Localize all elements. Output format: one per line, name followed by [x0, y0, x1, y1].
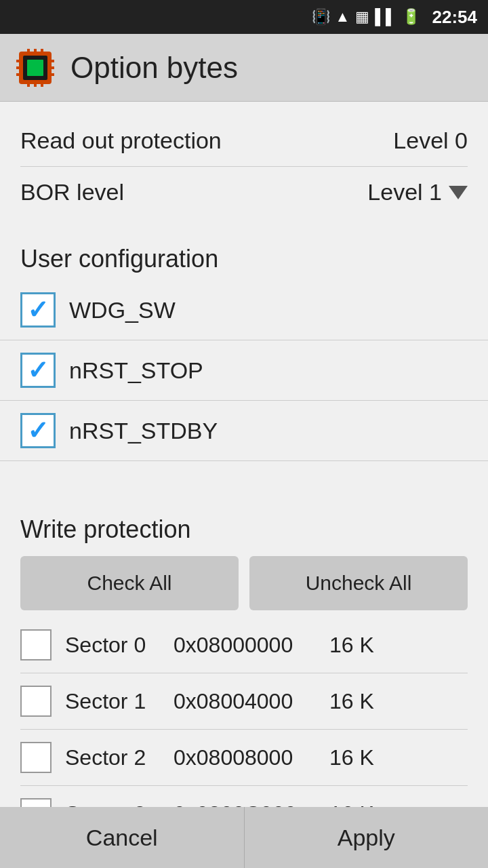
svg-rect-6: [27, 81, 30, 87]
spacer: [0, 461, 488, 502]
cancel-button[interactable]: Cancel: [0, 807, 245, 868]
svg-rect-10: [16, 66, 22, 69]
checkmark-icon: ✓: [27, 297, 49, 323]
bor-level-row[interactable]: BOR level Level 1: [20, 167, 468, 218]
bor-level-dropdown[interactable]: Level 1: [367, 179, 468, 205]
svg-rect-8: [41, 81, 43, 87]
chevron-down-icon: [449, 186, 468, 199]
svg-rect-13: [49, 66, 54, 69]
header-title: Option bytes: [70, 51, 238, 85]
sector-1-size: 16 K: [329, 689, 374, 714]
apply-button[interactable]: Apply: [245, 807, 489, 868]
app-icon: [14, 46, 57, 90]
sector-0-checkbox[interactable]: [20, 629, 52, 660]
nrst-stdby-label: nRST_STDBY: [69, 418, 218, 444]
check-buttons-row: Check All Uncheck All: [20, 556, 468, 610]
wdg-sw-row[interactable]: ✓ WDG_SW: [0, 280, 488, 340]
sector-1-name: Sector 1: [65, 689, 153, 714]
svg-rect-14: [49, 73, 54, 76]
content: Read out protection Level 0 BOR level Le…: [0, 102, 488, 868]
vibrate-icon: 📳: [312, 8, 330, 26]
nrst-stop-label: nRST_STOP: [69, 357, 203, 384]
sector-0-addr: 0x08000000: [174, 633, 309, 658]
battery-icon: 🔋: [402, 8, 420, 26]
sector-2-row[interactable]: Sector 2 0x08008000 16 K: [20, 730, 468, 786]
read-out-protection-row: Read out protection Level 0: [20, 115, 468, 167]
uncheck-all-button[interactable]: Uncheck All: [249, 556, 468, 610]
write-protection-title: Write protection: [20, 515, 468, 544]
header: Option bytes: [0, 34, 488, 102]
sector-1-checkbox[interactable]: [20, 686, 52, 717]
checkmark-icon: ✓: [27, 418, 49, 443]
bor-level-label: BOR level: [20, 179, 124, 205]
nrst-stop-row[interactable]: ✓ nRST_STOP: [0, 340, 488, 401]
wdg-sw-checkbox[interactable]: ✓: [20, 292, 56, 328]
wdg-sw-label: WDG_SW: [69, 297, 176, 323]
read-out-protection-label: Read out protection: [20, 127, 222, 154]
status-bar: 📳 ▲ ▦ ▌▌ 🔋 22:54: [0, 0, 488, 34]
svg-rect-9: [16, 60, 22, 62]
nrst-stop-checkbox[interactable]: ✓: [20, 353, 56, 388]
svg-rect-2: [27, 60, 43, 76]
status-icons: 📳 ▲ ▦ ▌▌ 🔋: [312, 8, 420, 26]
sector-1-info: Sector 1 0x08004000 16 K: [65, 689, 374, 714]
svg-rect-11: [16, 73, 22, 76]
sector-0-info: Sector 0 0x08000000 16 K: [65, 633, 374, 658]
svg-rect-4: [34, 49, 37, 54]
signal-icon: ▌▌: [375, 8, 396, 26]
sector-1-row[interactable]: Sector 1 0x08004000 16 K: [20, 673, 468, 730]
bor-level-value: Level 1: [367, 179, 442, 205]
svg-rect-7: [34, 81, 37, 87]
svg-rect-3: [27, 49, 30, 54]
svg-rect-5: [41, 49, 43, 54]
sector-2-size: 16 K: [329, 745, 374, 770]
sector-0-name: Sector 0: [65, 633, 153, 658]
sector-1-addr: 0x08004000: [174, 689, 309, 714]
bottom-buttons: Cancel Apply: [0, 807, 488, 868]
sim-icon: ▦: [355, 8, 369, 26]
sector-0-size: 16 K: [329, 633, 374, 658]
write-protection-section: Write protection Check All Uncheck All S…: [0, 502, 488, 842]
nrst-stdby-row[interactable]: ✓ nRST_STDBY: [0, 401, 488, 461]
protection-section: Read out protection Level 0 BOR level Le…: [0, 102, 488, 231]
sector-0-row[interactable]: Sector 0 0x08000000 16 K: [20, 617, 468, 673]
sector-2-info: Sector 2 0x08008000 16 K: [65, 745, 374, 770]
status-time: 22:54: [432, 7, 478, 28]
wifi-icon: ▲: [336, 8, 350, 26]
checkmark-icon: ✓: [27, 357, 49, 383]
user-config-title: User configuration: [0, 231, 488, 273]
user-config-section: User configuration ✓ WDG_SW ✓ nRST_STOP …: [0, 231, 488, 461]
sector-2-name: Sector 2: [65, 745, 153, 770]
svg-rect-12: [49, 60, 54, 62]
nrst-stdby-checkbox[interactable]: ✓: [20, 413, 56, 448]
check-all-button[interactable]: Check All: [20, 556, 239, 610]
sector-2-addr: 0x08008000: [174, 745, 309, 770]
sector-2-checkbox[interactable]: [20, 742, 52, 773]
read-out-protection-value: Level 0: [393, 127, 468, 154]
